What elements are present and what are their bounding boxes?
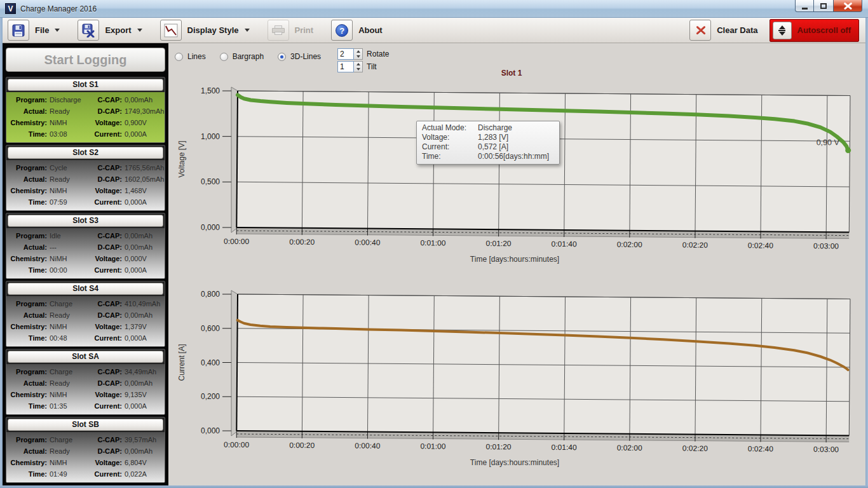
clear-data-button[interactable]: Clear Data	[689, 20, 757, 41]
slot-actual-label: Actual:	[8, 377, 50, 389]
display-style-menu-button[interactable]: Display Style	[160, 20, 250, 41]
slot-actual-value: Ready	[50, 105, 89, 117]
x-tick-label: 0:00:20	[289, 238, 315, 247]
slot-chemistry-label: Chemistry:	[8, 185, 50, 196]
slot-row: Actual:---D-CAP:0,00mAh	[8, 241, 162, 253]
slot-c_cap-label: C-CAP:	[89, 162, 125, 173]
slot-chemistry-value: NiMH	[50, 389, 89, 400]
y-tick-label: 1,500	[201, 86, 220, 95]
slot-voltage-label: Voltage:	[89, 185, 125, 196]
slot-actual-label: Actual:	[8, 309, 50, 321]
radio-bargraph[interactable]: Bargraph	[220, 52, 264, 61]
display-style-icon[interactable]	[160, 20, 182, 41]
radio-lines[interactable]: Lines	[175, 52, 206, 61]
slot-panel-slot-s1: Slot S1Program:DischargeC-CAP:0,00mAhAct…	[6, 77, 165, 143]
radio-circle-icon[interactable]	[175, 53, 183, 61]
slot-voltage-label: Voltage:	[89, 253, 125, 264]
slot-d_cap-value: 0,00mAh	[125, 309, 162, 321]
slot-voltage-label: Voltage:	[89, 389, 125, 400]
y-tick-label: 0,400	[201, 358, 220, 367]
about-icon[interactable]: ?	[331, 20, 353, 41]
autoscroll-icon[interactable]	[773, 22, 792, 39]
y-tick-label: 0,500	[201, 177, 220, 186]
slot-program-label: Program:	[8, 366, 50, 377]
chart-tooltip: Actual Mode:DischargeVoltage:1,283 [V]Cu…	[416, 121, 560, 165]
slot-row: Actual:ReadyD-CAP:1602,05mAh	[8, 173, 162, 185]
autoscroll-toggle[interactable]: Autoscroll off	[770, 19, 860, 42]
slot-voltage-value: 0,900V	[125, 117, 162, 128]
save-file-icon[interactable]	[8, 20, 29, 41]
slot-header-slot-s2[interactable]: Slot S2	[8, 147, 163, 159]
clear-data-icon[interactable]	[689, 20, 711, 41]
window-border-left	[0, 18, 3, 488]
slot-header-slot-s4[interactable]: Slot S4	[8, 283, 163, 295]
file-menu-button[interactable]: File	[8, 20, 60, 41]
slot-row: Chemistry:NiMHVoltage:1,468V	[8, 185, 162, 196]
file-label: File	[35, 25, 49, 35]
rotate-input[interactable]: 2	[337, 48, 354, 60]
radio-circle-icon[interactable]	[278, 53, 286, 61]
slot-c_cap-value: 1765,56mAh	[125, 162, 164, 173]
about-button[interactable]: ? About	[331, 20, 383, 41]
current-chart[interactable]: 0:00:000:00:200:00:400:01:000:01:200:01:…	[172, 283, 864, 473]
radio-3d-lines[interactable]: 3D-Lines	[278, 52, 321, 61]
slot-header-slot-sa[interactable]: Slot SA	[8, 351, 163, 363]
minimize-button[interactable]	[795, 0, 814, 12]
export-caret-icon	[137, 29, 142, 32]
slot-chemistry-label: Chemistry:	[8, 321, 50, 332]
x-tick-label: 0:03:00	[813, 241, 839, 250]
slot-row: Actual:ReadyD-CAP:1749,30mAh	[8, 105, 162, 117]
display-style-label: Display Style	[187, 25, 239, 35]
y-tick-label: 1,000	[201, 132, 220, 141]
slot-voltage-label: Voltage:	[89, 321, 125, 332]
slot-current-label: Current:	[89, 264, 125, 276]
print-icon	[268, 20, 289, 41]
slot-d_cap-label: D-CAP:	[89, 105, 125, 117]
slot-current-value: 0,022A	[125, 468, 162, 480]
window-controls	[795, 0, 862, 12]
slot-current-value: 0,000A	[125, 400, 162, 412]
slot-time-value: 01:35	[50, 400, 89, 412]
slot-c_cap-label: C-CAP:	[89, 434, 125, 445]
x-tick-label: 0:01:00	[420, 238, 445, 247]
export-label: Export	[105, 25, 131, 35]
slot-c_cap-value: 0,00mAh	[125, 230, 162, 241]
slot-program-value: Charge	[50, 366, 89, 377]
slot-header-slot-s3[interactable]: Slot S3	[8, 215, 163, 227]
slot-panel-slot-s3: Slot S3Program:IdleC-CAP:0,00mAhActual:-…	[6, 213, 165, 279]
tooltip-row: Current:0,572 [A]	[422, 142, 554, 152]
voltage-chart[interactable]: 0:00:000:00:200:00:400:01:000:01:200:01:…	[172, 79, 864, 270]
x-tick-label: 0:01:20	[485, 442, 511, 451]
slot-chemistry-value: NiMH	[50, 457, 89, 468]
slot-d_cap-value: 0,00mAh	[125, 241, 162, 253]
sidebar: Start Logging Slot S1Program:DischargeC-…	[3, 43, 168, 485]
x-axis-title: Time [days:hours:minutes]	[470, 458, 559, 467]
tooltip-value: Discharge	[478, 123, 554, 133]
radio-circle-icon[interactable]	[220, 53, 228, 61]
slot-header-slot-sb[interactable]: Slot SB	[8, 419, 163, 431]
minimize-icon	[802, 8, 808, 10]
slot-program-label: Program:	[8, 434, 50, 445]
slot-panel-slot-s4: Slot S4Program:ChargeC-CAP:410,49mAhActu…	[6, 281, 165, 347]
slot-header-slot-s1[interactable]: Slot S1	[8, 79, 163, 91]
autoscroll-label: Autoscroll off	[797, 25, 851, 35]
export-icon[interactable]	[78, 20, 99, 41]
y-tick-label: 0,000	[201, 426, 220, 435]
x-tick-label: 0:02:20	[682, 241, 708, 250]
slot-chemistry-value: NiMH	[50, 117, 89, 128]
slot-c_cap-value: 34,49mAh	[125, 366, 162, 377]
y-axis-title: Voltage [V]	[177, 140, 186, 177]
slot-actual-value: Ready	[50, 309, 89, 321]
rotate-stepper[interactable]	[354, 48, 363, 60]
slot-current-label: Current:	[89, 468, 125, 480]
tooltip-label: Time:	[422, 152, 478, 161]
close-button[interactable]	[833, 0, 862, 12]
export-menu-button[interactable]: Export	[78, 20, 142, 41]
slot-body: Program:DischargeC-CAP:0,00mAhActual:Rea…	[6, 92, 165, 142]
x-tick-label: 0:02:00	[617, 444, 642, 452]
slot-row: Actual:ReadyD-CAP:0,00mAh	[8, 309, 162, 321]
maximize-button[interactable]	[814, 0, 833, 12]
slot-d_cap-label: D-CAP:	[89, 377, 125, 389]
start-logging-button[interactable]: Start Logging	[6, 48, 165, 72]
slot-actual-value: Ready	[50, 445, 89, 457]
